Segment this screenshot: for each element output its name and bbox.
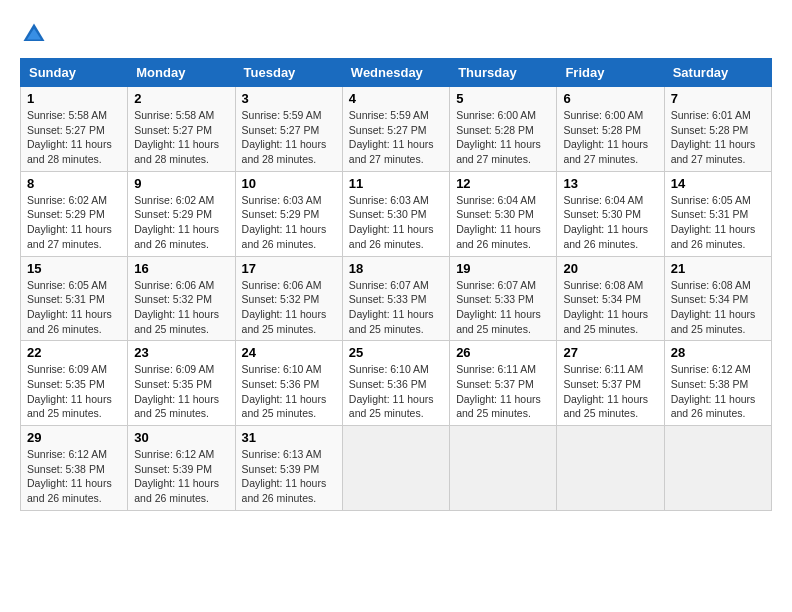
day-info: Sunrise: 6:05 AMSunset: 5:31 PMDaylight:… <box>27 279 112 335</box>
day-info: Sunrise: 6:12 AMSunset: 5:38 PMDaylight:… <box>27 448 112 504</box>
calendar-cell: 24 Sunrise: 6:10 AMSunset: 5:36 PMDaylig… <box>235 341 342 426</box>
calendar-week-1: 1 Sunrise: 5:58 AMSunset: 5:27 PMDayligh… <box>21 87 772 172</box>
calendar-cell: 19 Sunrise: 6:07 AMSunset: 5:33 PMDaylig… <box>450 256 557 341</box>
day-number: 1 <box>27 91 121 106</box>
calendar-week-4: 22 Sunrise: 6:09 AMSunset: 5:35 PMDaylig… <box>21 341 772 426</box>
day-number: 7 <box>671 91 765 106</box>
day-info: Sunrise: 6:06 AMSunset: 5:32 PMDaylight:… <box>134 279 219 335</box>
calendar-cell: 1 Sunrise: 5:58 AMSunset: 5:27 PMDayligh… <box>21 87 128 172</box>
day-number: 8 <box>27 176 121 191</box>
calendar-cell: 25 Sunrise: 6:10 AMSunset: 5:36 PMDaylig… <box>342 341 449 426</box>
day-number: 9 <box>134 176 228 191</box>
calendar-cell: 22 Sunrise: 6:09 AMSunset: 5:35 PMDaylig… <box>21 341 128 426</box>
calendar-week-2: 8 Sunrise: 6:02 AMSunset: 5:29 PMDayligh… <box>21 171 772 256</box>
calendar-cell: 26 Sunrise: 6:11 AMSunset: 5:37 PMDaylig… <box>450 341 557 426</box>
calendar-cell: 29 Sunrise: 6:12 AMSunset: 5:38 PMDaylig… <box>21 426 128 511</box>
day-info: Sunrise: 6:10 AMSunset: 5:36 PMDaylight:… <box>349 363 434 419</box>
day-info: Sunrise: 5:59 AMSunset: 5:27 PMDaylight:… <box>349 109 434 165</box>
calendar-cell: 28 Sunrise: 6:12 AMSunset: 5:38 PMDaylig… <box>664 341 771 426</box>
weekday-header-friday: Friday <box>557 59 664 87</box>
day-info: Sunrise: 6:03 AMSunset: 5:29 PMDaylight:… <box>242 194 327 250</box>
day-info: Sunrise: 6:01 AMSunset: 5:28 PMDaylight:… <box>671 109 756 165</box>
calendar-cell: 17 Sunrise: 6:06 AMSunset: 5:32 PMDaylig… <box>235 256 342 341</box>
day-info: Sunrise: 6:02 AMSunset: 5:29 PMDaylight:… <box>134 194 219 250</box>
day-number: 27 <box>563 345 657 360</box>
calendar-cell: 30 Sunrise: 6:12 AMSunset: 5:39 PMDaylig… <box>128 426 235 511</box>
day-number: 3 <box>242 91 336 106</box>
day-number: 14 <box>671 176 765 191</box>
calendar-cell: 18 Sunrise: 6:07 AMSunset: 5:33 PMDaylig… <box>342 256 449 341</box>
day-number: 24 <box>242 345 336 360</box>
calendar-cell: 13 Sunrise: 6:04 AMSunset: 5:30 PMDaylig… <box>557 171 664 256</box>
day-info: Sunrise: 6:07 AMSunset: 5:33 PMDaylight:… <box>456 279 541 335</box>
calendar-cell: 5 Sunrise: 6:00 AMSunset: 5:28 PMDayligh… <box>450 87 557 172</box>
day-number: 13 <box>563 176 657 191</box>
weekday-header-tuesday: Tuesday <box>235 59 342 87</box>
day-info: Sunrise: 6:04 AMSunset: 5:30 PMDaylight:… <box>456 194 541 250</box>
day-info: Sunrise: 6:11 AMSunset: 5:37 PMDaylight:… <box>563 363 648 419</box>
calendar-week-3: 15 Sunrise: 6:05 AMSunset: 5:31 PMDaylig… <box>21 256 772 341</box>
calendar-cell: 23 Sunrise: 6:09 AMSunset: 5:35 PMDaylig… <box>128 341 235 426</box>
calendar-cell: 14 Sunrise: 6:05 AMSunset: 5:31 PMDaylig… <box>664 171 771 256</box>
day-info: Sunrise: 6:13 AMSunset: 5:39 PMDaylight:… <box>242 448 327 504</box>
day-info: Sunrise: 6:05 AMSunset: 5:31 PMDaylight:… <box>671 194 756 250</box>
day-number: 4 <box>349 91 443 106</box>
calendar-cell: 3 Sunrise: 5:59 AMSunset: 5:27 PMDayligh… <box>235 87 342 172</box>
calendar-cell <box>557 426 664 511</box>
day-info: Sunrise: 6:08 AMSunset: 5:34 PMDaylight:… <box>563 279 648 335</box>
day-number: 19 <box>456 261 550 276</box>
calendar-cell: 2 Sunrise: 5:58 AMSunset: 5:27 PMDayligh… <box>128 87 235 172</box>
weekday-header-monday: Monday <box>128 59 235 87</box>
day-info: Sunrise: 6:12 AMSunset: 5:39 PMDaylight:… <box>134 448 219 504</box>
logo-icon <box>20 20 48 48</box>
day-info: Sunrise: 6:00 AMSunset: 5:28 PMDaylight:… <box>563 109 648 165</box>
calendar-cell: 7 Sunrise: 6:01 AMSunset: 5:28 PMDayligh… <box>664 87 771 172</box>
calendar-cell <box>664 426 771 511</box>
calendar-cell: 6 Sunrise: 6:00 AMSunset: 5:28 PMDayligh… <box>557 87 664 172</box>
weekday-header-thursday: Thursday <box>450 59 557 87</box>
day-info: Sunrise: 6:10 AMSunset: 5:36 PMDaylight:… <box>242 363 327 419</box>
day-info: Sunrise: 6:12 AMSunset: 5:38 PMDaylight:… <box>671 363 756 419</box>
calendar-cell: 27 Sunrise: 6:11 AMSunset: 5:37 PMDaylig… <box>557 341 664 426</box>
day-info: Sunrise: 6:04 AMSunset: 5:30 PMDaylight:… <box>563 194 648 250</box>
logo <box>20 20 52 48</box>
calendar-cell: 8 Sunrise: 6:02 AMSunset: 5:29 PMDayligh… <box>21 171 128 256</box>
calendar-cell <box>450 426 557 511</box>
day-number: 17 <box>242 261 336 276</box>
calendar-cell: 31 Sunrise: 6:13 AMSunset: 5:39 PMDaylig… <box>235 426 342 511</box>
calendar-cell: 21 Sunrise: 6:08 AMSunset: 5:34 PMDaylig… <box>664 256 771 341</box>
day-info: Sunrise: 6:03 AMSunset: 5:30 PMDaylight:… <box>349 194 434 250</box>
calendar-cell: 20 Sunrise: 6:08 AMSunset: 5:34 PMDaylig… <box>557 256 664 341</box>
day-number: 15 <box>27 261 121 276</box>
day-number: 16 <box>134 261 228 276</box>
day-info: Sunrise: 6:09 AMSunset: 5:35 PMDaylight:… <box>27 363 112 419</box>
day-number: 25 <box>349 345 443 360</box>
day-info: Sunrise: 6:08 AMSunset: 5:34 PMDaylight:… <box>671 279 756 335</box>
day-number: 2 <box>134 91 228 106</box>
day-number: 21 <box>671 261 765 276</box>
day-number: 11 <box>349 176 443 191</box>
page-header <box>20 20 772 48</box>
weekday-header-sunday: Sunday <box>21 59 128 87</box>
day-number: 28 <box>671 345 765 360</box>
day-number: 20 <box>563 261 657 276</box>
weekday-header-wednesday: Wednesday <box>342 59 449 87</box>
calendar-cell: 4 Sunrise: 5:59 AMSunset: 5:27 PMDayligh… <box>342 87 449 172</box>
calendar-table: SundayMondayTuesdayWednesdayThursdayFrid… <box>20 58 772 511</box>
day-number: 18 <box>349 261 443 276</box>
calendar-cell: 15 Sunrise: 6:05 AMSunset: 5:31 PMDaylig… <box>21 256 128 341</box>
day-number: 30 <box>134 430 228 445</box>
day-info: Sunrise: 6:09 AMSunset: 5:35 PMDaylight:… <box>134 363 219 419</box>
calendar-cell: 10 Sunrise: 6:03 AMSunset: 5:29 PMDaylig… <box>235 171 342 256</box>
day-info: Sunrise: 5:59 AMSunset: 5:27 PMDaylight:… <box>242 109 327 165</box>
day-number: 10 <box>242 176 336 191</box>
day-number: 22 <box>27 345 121 360</box>
day-number: 5 <box>456 91 550 106</box>
calendar-cell: 9 Sunrise: 6:02 AMSunset: 5:29 PMDayligh… <box>128 171 235 256</box>
day-number: 23 <box>134 345 228 360</box>
day-number: 12 <box>456 176 550 191</box>
calendar-cell <box>342 426 449 511</box>
day-number: 29 <box>27 430 121 445</box>
day-number: 31 <box>242 430 336 445</box>
day-info: Sunrise: 6:02 AMSunset: 5:29 PMDaylight:… <box>27 194 112 250</box>
